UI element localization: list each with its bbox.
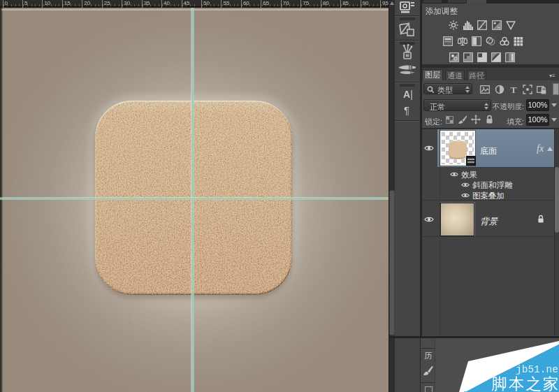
svg-text:jb51.net: jb51.net [516, 364, 559, 375]
svg-text:脚本之家: 脚本之家 [491, 375, 559, 392]
svg-text:T: T [510, 85, 516, 94]
